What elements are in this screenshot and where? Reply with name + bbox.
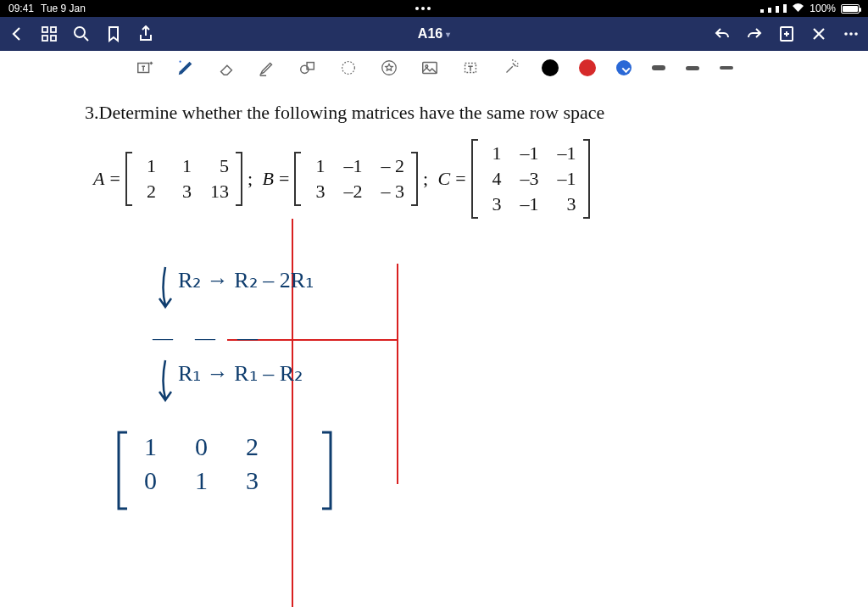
laser-pointer-tool[interactable] — [501, 58, 521, 78]
battery-icon — [841, 4, 860, 14]
matrix-a-label: A — [93, 168, 104, 190]
add-page-button[interactable] — [778, 25, 795, 42]
handwriting-step2: R₁ → R₁ – R₂ — [178, 360, 303, 387]
handwriting-arrow — [153, 263, 178, 319]
pen-tool[interactable] — [175, 58, 196, 78]
app-nav-bar: A16 ▾ — [0, 17, 868, 51]
color-red[interactable] — [579, 59, 596, 76]
chevron-down-icon: ▾ — [446, 30, 450, 39]
svg-rect-4 — [42, 27, 47, 32]
svg-rect-1 — [768, 8, 771, 13]
red-annotation-line — [397, 264, 398, 484]
stroke-medium[interactable] — [686, 66, 699, 70]
more-button[interactable] — [843, 25, 860, 42]
stroke-thick[interactable] — [652, 65, 665, 70]
status-time: 09:41 — [8, 3, 34, 14]
svg-rect-2 — [776, 6, 779, 13]
svg-rect-6 — [42, 36, 47, 41]
svg-rect-7 — [51, 36, 56, 41]
highlighter-tool[interactable] — [257, 58, 277, 78]
matrix-c: 1–1–1 4–3–1 3–13 — [471, 139, 590, 219]
matrix-b: 1–1– 2 3–2– 3 — [294, 152, 418, 206]
bookmark-button[interactable] — [105, 25, 122, 42]
handwriting-arrow — [153, 356, 178, 412]
handwriting-step1: R₂ → R₂ – 2R₁ — [178, 267, 314, 293]
search-button[interactable] — [73, 25, 90, 42]
close-button[interactable] — [810, 25, 827, 42]
matrix-equations: A= 115 2313 ; B= 1–1– 2 3–2– 3 ; C — [93, 139, 800, 219]
problem-statement: 3.Determine whether the following matric… — [85, 102, 800, 124]
svg-rect-5 — [51, 27, 56, 32]
stroke-thin[interactable] — [720, 66, 733, 70]
matrix-a: 115 2313 — [125, 152, 242, 206]
handwriting-result-matrix: 102 013 — [110, 424, 339, 522]
share-button[interactable] — [137, 25, 154, 42]
back-button[interactable] — [8, 25, 25, 42]
wifi-icon — [792, 3, 804, 15]
text-tool[interactable] — [460, 58, 481, 78]
svg-point-12 — [854, 32, 858, 36]
handwriting-dashes: — — — — [153, 326, 266, 349]
note-canvas[interactable]: 3.Determine whether the following matric… — [0, 85, 868, 607]
multitask-dots-icon[interactable] — [415, 7, 431, 10]
page-content: 3.Determine whether the following matric… — [68, 93, 800, 599]
favorites-tool[interactable] — [379, 58, 399, 78]
color-black[interactable] — [542, 59, 559, 76]
status-date: Tue 9 Jan — [41, 3, 86, 14]
status-bar: 09:41 Tue 9 Jan 100% — [0, 0, 868, 17]
shape-tool[interactable] — [298, 58, 318, 78]
battery-percent: 100% — [810, 3, 836, 14]
redo-button[interactable] — [746, 25, 763, 42]
cellular-icon — [760, 4, 787, 13]
lasso-tool[interactable] — [338, 58, 359, 78]
grid-view-button[interactable] — [41, 25, 58, 42]
undo-button[interactable] — [714, 25, 731, 42]
document-title[interactable]: A16 ▾ — [418, 26, 450, 42]
matrix-c-label: C — [438, 168, 451, 190]
matrix-b-label: B — [263, 168, 274, 190]
image-tool[interactable] — [420, 58, 440, 78]
svg-rect-0 — [760, 9, 764, 13]
svg-point-10 — [844, 32, 848, 36]
color-blue-selected[interactable] — [616, 60, 632, 75]
svg-point-11 — [849, 32, 853, 36]
eraser-tool[interactable] — [216, 58, 236, 78]
svg-point-17 — [342, 62, 355, 75]
svg-rect-3 — [783, 4, 787, 13]
svg-point-14 — [179, 61, 181, 63]
svg-point-8 — [75, 27, 85, 37]
drawing-toolbar — [0, 51, 868, 85]
textbox-tool[interactable] — [135, 58, 155, 78]
